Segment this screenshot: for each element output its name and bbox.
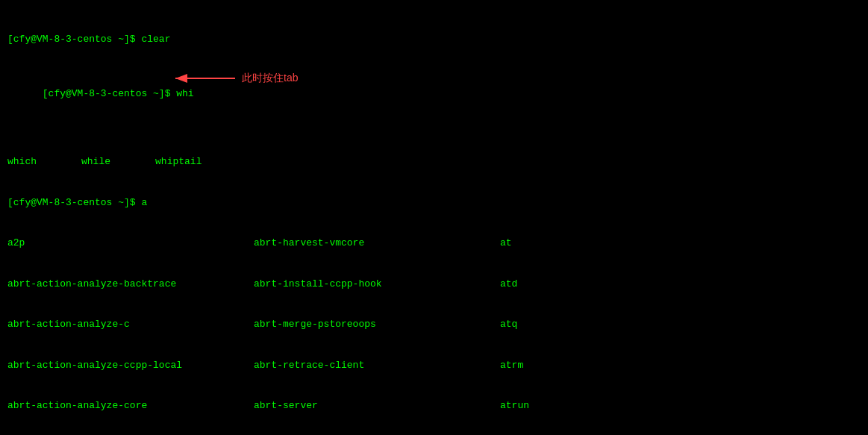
- col1-4: abrt-action-analyze-ccpp-local: [7, 359, 254, 372]
- cmd-a: a: [141, 197, 147, 208]
- col3-1: at: [500, 237, 649, 250]
- line-whi: [cfy@VM-8-3-centos ~]$ whi 此时按住tab: [7, 74, 861, 128]
- cmd-clear: clear: [141, 34, 170, 45]
- col1-2: abrt-action-analyze-backtrace: [7, 278, 254, 291]
- col2-4: abrt-retrace-client: [254, 359, 500, 372]
- completion-whiptail: whiptail: [155, 155, 202, 169]
- line-clear: [cfy@VM-8-3-centos ~]$ clear: [7, 33, 861, 46]
- completion-which: which: [7, 155, 37, 169]
- row-2: abrt-action-analyze-backtraceabrt-instal…: [7, 278, 861, 291]
- terminal-window: [cfy@VM-8-3-centos ~]$ clear [cfy@VM-8-3…: [7, 6, 861, 435]
- prompt-1: [cfy@VM-8-3-centos ~]$: [7, 34, 141, 45]
- tab-completions-row: which while whiptail: [7, 155, 861, 169]
- col3-2: atd: [500, 278, 649, 291]
- col1-5: abrt-action-analyze-core: [7, 399, 254, 413]
- col1-3: abrt-action-analyze-c: [7, 318, 254, 331]
- completion-while: while: [81, 155, 110, 169]
- col2-2: abrt-install-ccpp-hook: [254, 278, 500, 291]
- col3-3: atq: [500, 318, 649, 331]
- col2-3: abrt-merge-pstoreoops: [254, 318, 500, 331]
- terminal-content: [cfy@VM-8-3-centos ~]$ clear [cfy@VM-8-3…: [7, 6, 861, 435]
- row-1: a2pabrt-harvest-vmcoreat: [7, 237, 861, 250]
- col3-4: atrm: [500, 359, 649, 372]
- prompt-3: [cfy@VM-8-3-centos ~]$: [7, 197, 141, 208]
- col1-1: a2p: [7, 237, 254, 250]
- col2-1: abrt-harvest-vmcore: [254, 237, 500, 250]
- col2-5: abrt-server: [254, 399, 500, 413]
- arrow-annotation-container: 此时按住tab: [172, 68, 298, 89]
- col3-5: atrun: [500, 399, 649, 413]
- prompt-2: [cfy@VM-8-3-centos ~]$: [43, 88, 176, 99]
- annotation-text: 此时按住tab: [242, 71, 298, 86]
- cmd-whi: whi: [176, 88, 193, 99]
- row-5: abrt-action-analyze-coreabrt-serveratrun: [7, 399, 861, 413]
- row-3: abrt-action-analyze-cabrt-merge-pstoreoo…: [7, 318, 861, 331]
- row-4: abrt-action-analyze-ccpp-localabrt-retra…: [7, 359, 861, 372]
- arrow-icon: [172, 68, 239, 89]
- line-a: [cfy@VM-8-3-centos ~]$ a: [7, 196, 861, 210]
